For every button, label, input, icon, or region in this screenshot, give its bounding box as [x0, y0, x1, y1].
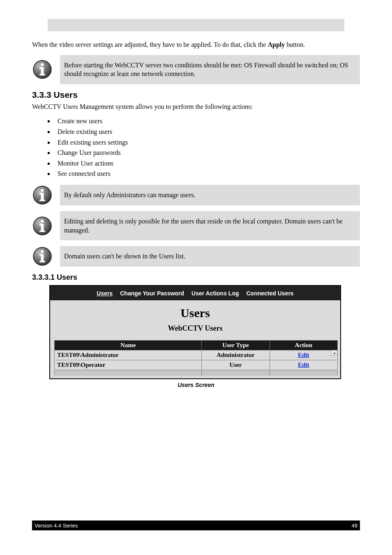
note-admin-only: By default only Administrators can manag… [32, 185, 360, 205]
feature-list: Create new users Delete existing users E… [44, 116, 360, 179]
note-domain-text: Domain users can't be shown in the Users… [60, 246, 360, 267]
svg-point-1 [41, 63, 44, 66]
note-edit-delete: Editing and deleting is only possible fo… [32, 211, 360, 240]
footer-page-number: 49 [352, 523, 357, 529]
list-item: Edit existing users settings [54, 137, 360, 148]
info-icon [32, 59, 53, 80]
note-preconditions-text: Before starting the WebCCTV server two c… [60, 55, 360, 84]
list-item: Delete existing users [54, 127, 360, 137]
info-icon [32, 246, 53, 267]
scroll-up-button[interactable] [331, 350, 337, 356]
list-item: See connected users [54, 168, 360, 179]
svg-rect-3 [39, 74, 45, 76]
users-screenshot: Users Change Your Password User Actions … [49, 285, 341, 379]
screenshot-caption: Users Screen [32, 382, 360, 388]
cell-usertype: User [202, 360, 270, 370]
cell-action: Edit [270, 350, 337, 360]
page-header-bar [48, 19, 344, 31]
edit-link[interactable]: Edit [298, 362, 309, 368]
svg-rect-13 [39, 230, 45, 232]
cell-action: Edit [270, 360, 337, 370]
users-subtitle: WebCCTV Users [50, 324, 340, 333]
svg-point-16 [41, 250, 44, 253]
users-intro: WebCCTV Users Management system allows y… [32, 102, 360, 111]
svg-point-11 [41, 219, 44, 222]
users-table: Name User Type Action TEST09\Administrat… [54, 340, 338, 376]
col-header-name: Name [55, 341, 202, 350]
edit-link[interactable]: Edit [298, 352, 309, 358]
list-item: Monitor User actions [54, 158, 360, 169]
users-title: Users [50, 306, 340, 320]
note-admin-text: By default only Administrators can manag… [60, 185, 360, 205]
tab-user-actions-log[interactable]: User Actions Log [191, 290, 239, 297]
apply-paragraph: When the video server settings are adjus… [32, 40, 360, 49]
users-table-wrap: Name User Type Action TEST09\Administrat… [50, 340, 340, 378]
list-item: Create new users [54, 116, 360, 127]
note-domain-users: Domain users can't be shown in the Users… [32, 246, 360, 267]
note-edit-delete-text: Editing and deleting is only possible fo… [60, 211, 360, 240]
page-footer-bar: Version 4.4 Series 49 [32, 520, 360, 530]
info-icon [32, 185, 53, 205]
svg-rect-9 [39, 193, 44, 194]
cell-usertype: Administrator [202, 350, 270, 360]
table-empty-row [55, 370, 338, 376]
apply-p-text-1: When the video server settings are adjus… [32, 41, 268, 48]
svg-rect-4 [39, 67, 44, 69]
tab-connected-users[interactable]: Connected Users [247, 290, 294, 297]
tab-change-password[interactable]: Change Your Password [120, 290, 184, 297]
apply-p-text-2: button. [286, 41, 305, 48]
note-preconditions: Before starting the WebCCTV server two c… [32, 55, 360, 84]
heading-users: 3.3.3 Users [32, 90, 360, 100]
col-header-type: User Type [202, 341, 270, 350]
list-item: Change User passwords [54, 147, 360, 158]
cell-username: TEST09\Operator [55, 360, 202, 370]
table-row: TEST09\Operator User Edit [55, 360, 338, 370]
heading-users-sub: 3.3.3.1 Users [32, 273, 360, 282]
users-navbar: Users Change Your Password User Actions … [50, 286, 340, 300]
svg-rect-19 [39, 254, 44, 256]
svg-point-6 [41, 189, 44, 192]
tab-users[interactable]: Users [97, 290, 113, 297]
svg-rect-18 [39, 261, 45, 263]
table-row: TEST09\Administrator Administrator Edit [55, 350, 338, 360]
svg-rect-8 [39, 200, 45, 201]
col-header-action: Action [270, 341, 337, 350]
cell-username: TEST09\Administrator [55, 350, 202, 360]
apply-word: Apply [268, 41, 285, 48]
footer-version: Version 4.4 Series [35, 523, 78, 529]
info-icon [32, 216, 53, 236]
svg-rect-14 [39, 223, 44, 225]
